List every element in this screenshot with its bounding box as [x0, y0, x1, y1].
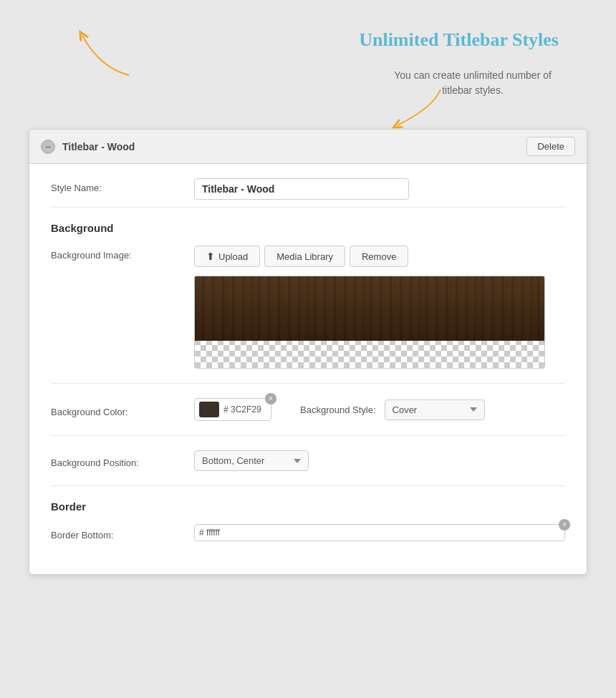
bg-image-button-group: ⬆ Upload Media Library Remove	[194, 246, 565, 267]
panel-body: Style Name: Background Background Image:…	[29, 164, 587, 574]
upload-label: Upload	[218, 251, 248, 262]
border-bottom-label: Border Bottom:	[51, 525, 194, 541]
upload-icon: ⬆	[206, 251, 215, 262]
bg-position-select[interactable]: Bottom, Center Top, Left Top, Center Top…	[194, 450, 309, 471]
minus-icon: −	[45, 142, 51, 152]
bg-position-label: Background Position:	[51, 453, 194, 468]
bg-style-wrap: Background Style: Cover Contain Auto Str…	[300, 399, 485, 420]
bg-color-style-row: Background Color: # 3C2F29 ×	[51, 398, 565, 421]
image-preview	[194, 276, 545, 369]
annotation-title: Unlimited Titlebar Styles	[359, 29, 559, 51]
arrow-left	[72, 25, 143, 84]
background-section-title: Background	[51, 222, 565, 234]
color-style-row: # 3C2F29 × Background Style: Cover	[194, 398, 565, 421]
divider-3	[51, 435, 565, 436]
style-name-input[interactable]	[194, 178, 409, 200]
bg-position-control: Bottom, Center Top, Left Top, Center Top…	[194, 450, 565, 471]
border-input-wrap[interactable]: # ffffff ×	[194, 524, 565, 541]
bg-image-controls: ⬆ Upload Media Library Remove	[194, 246, 565, 369]
bg-color-style-controls: # 3C2F29 × Background Style: Cover	[194, 398, 565, 421]
bg-image-label: Background Image:	[51, 246, 194, 261]
panel-header-left: − Titlebar - Wood	[41, 140, 135, 154]
wood-texture-image	[195, 276, 544, 341]
divider-4	[51, 485, 565, 486]
border-bottom-row: Border Bottom: # ffffff ×	[51, 524, 565, 541]
bg-style-select[interactable]: Cover Contain Auto Stretch	[385, 399, 485, 420]
bg-position-row: Background Position: Bottom, Center Top,…	[51, 450, 565, 471]
divider-1	[51, 207, 565, 208]
panel-title: Titlebar - Wood	[62, 141, 135, 152]
bg-image-row: Background Image: ⬆ Upload Media Library…	[51, 246, 565, 369]
collapse-button[interactable]: −	[41, 140, 55, 154]
panel-header: − Titlebar - Wood Delete	[29, 130, 587, 164]
color-clear-button[interactable]: ×	[265, 393, 276, 404]
upload-button[interactable]: ⬆ Upload	[194, 246, 260, 267]
media-library-button[interactable]: Media Library	[264, 246, 345, 267]
border-bottom-control: # ffffff ×	[194, 524, 565, 541]
clear-icon: ×	[269, 395, 273, 402]
bg-style-select-container: Cover Contain Auto Stretch	[385, 399, 485, 420]
border-section-title: Border	[51, 500, 565, 513]
color-hex-value: # 3C2F29	[223, 404, 266, 415]
color-swatch	[199, 402, 219, 417]
border-hex-value: # ffffff	[199, 528, 220, 538]
main-panel: − Titlebar - Wood Delete Style Name: Bac…	[29, 129, 587, 575]
border-clear-icon: ×	[562, 521, 567, 528]
delete-button[interactable]: Delete	[526, 137, 575, 156]
bg-color-label: Background Color:	[51, 402, 194, 417]
border-clear-button[interactable]: ×	[559, 519, 570, 530]
annotation-area: Unlimited Titlebar Styles You can create…	[29, 21, 587, 122]
style-name-control	[194, 178, 565, 200]
annotation-subtitle: You can create unlimited number of title…	[380, 68, 566, 98]
divider-2	[51, 383, 565, 384]
bg-style-label: Background Style:	[300, 404, 376, 415]
remove-button[interactable]: Remove	[350, 246, 408, 267]
color-input-wrap[interactable]: # 3C2F29 ×	[194, 398, 271, 421]
color-field-group: # 3C2F29 ×	[194, 398, 271, 421]
style-name-label: Style Name:	[51, 178, 194, 193]
style-name-row: Style Name:	[51, 178, 565, 200]
